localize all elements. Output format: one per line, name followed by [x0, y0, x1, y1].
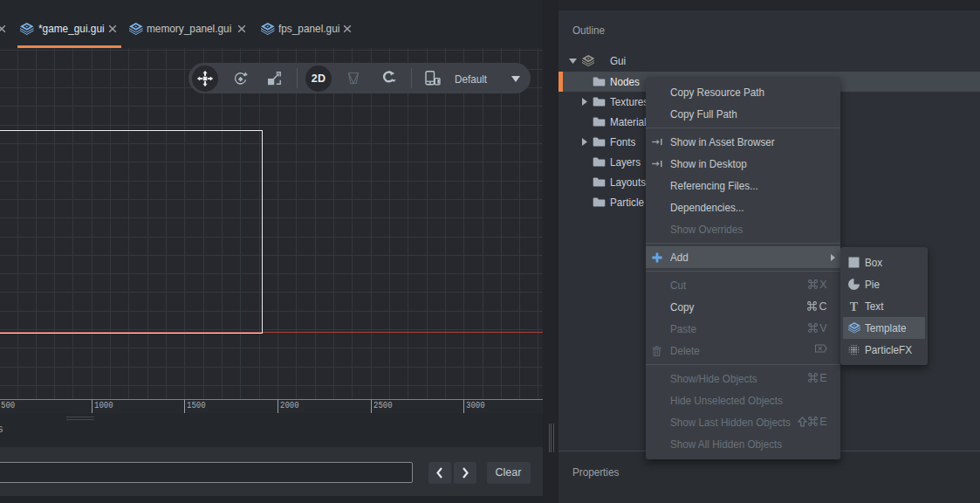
svg-text:T: T: [850, 300, 859, 312]
